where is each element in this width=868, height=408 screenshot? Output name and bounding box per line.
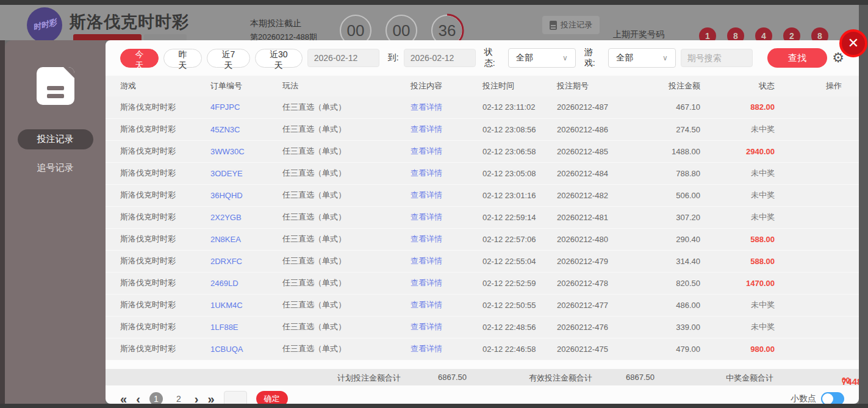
status-select[interactable]: 全部 ∨ — [508, 48, 576, 68]
cell-status: 882.00 — [700, 96, 775, 118]
cell-status: 未中奖 — [700, 316, 775, 338]
quick-filter-2[interactable]: 近7天 — [207, 49, 250, 68]
table-row: 斯洛伐克时时彩45ZN3C任三直选（单式）查看详情02-12 23:08:562… — [106, 118, 859, 140]
backdrop-gray-button[interactable] — [144, 34, 187, 40]
decimal-toggle-label: 小数点 — [791, 393, 816, 404]
cell-amount: 290.40 — [648, 228, 700, 250]
cell-orderid[interactable]: 1CBUQA — [210, 338, 282, 360]
page-button-1[interactable]: 1 — [149, 392, 163, 404]
quick-filter-0[interactable]: 今天 — [120, 49, 159, 68]
gear-icon[interactable]: ⚙ — [832, 51, 844, 65]
table-row: 斯洛伐克时时彩36HQHD任三直选（单式）查看详情02-12 23:01:162… — [106, 184, 859, 206]
game-select[interactable]: 全部 ∨ — [608, 48, 676, 68]
status-label: 状态: — [484, 47, 503, 69]
bet-record-button[interactable]: 投注记录 — [542, 16, 600, 34]
view-detail-link[interactable]: 查看详情 — [411, 124, 442, 134]
lottery-ball-2: 4 — [755, 27, 772, 40]
cell-game: 斯洛伐克时时彩 — [106, 250, 210, 272]
last-page-icon[interactable]: » — [207, 393, 214, 404]
next-page-icon[interactable]: › — [195, 393, 199, 404]
backdrop-red-button[interactable] — [73, 34, 142, 40]
cell-play: 任三直选（单式） — [282, 96, 411, 118]
sidebar-item-chase-records[interactable]: 追号记录 — [18, 158, 93, 178]
modal-sidebar: 投注记录 追号记录 — [5, 40, 106, 404]
win-total-decimals: 00 — [842, 376, 850, 385]
date-to-input[interactable] — [404, 49, 476, 67]
cell-orderid[interactable]: 36HQHD — [210, 184, 282, 206]
cell-play: 任三直选（单式） — [282, 162, 411, 184]
cell-status: 未中奖 — [700, 294, 775, 316]
decimal-toggle[interactable] — [821, 392, 844, 404]
cell-play: 任三直选（单式） — [282, 316, 411, 338]
quick-filter-1[interactable]: 昨天 — [163, 49, 202, 68]
cell-game: 斯洛伐克时时彩 — [106, 96, 210, 118]
cell-orderid[interactable]: 2DRXFC — [210, 250, 282, 272]
close-icon[interactable]: ✕ — [839, 29, 867, 57]
view-detail-link[interactable]: 查看详情 — [411, 212, 442, 221]
view-detail-link[interactable]: 查看详情 — [411, 256, 442, 265]
cell-op — [775, 272, 859, 294]
cell-orderid[interactable]: 1UKM4C — [210, 294, 282, 316]
bet-record-button-label: 投注记录 — [561, 20, 592, 30]
top-strip — [0, 0, 868, 5]
pagination-bar: « ‹ 12 › » 确定 小数点 — [106, 385, 859, 404]
table-row: 斯洛伐克时时彩2DRXFC任三直选（单式）查看详情02-12 22:55:042… — [106, 250, 859, 272]
first-page-icon[interactable]: « — [120, 393, 127, 404]
page-jump-input[interactable] — [224, 391, 247, 404]
table-row: 斯洛伐克时时彩2X2YGB任三直选（单式）查看详情02-12 22:59:142… — [106, 206, 859, 228]
cell-issue: 20260212-477 — [557, 294, 648, 316]
view-detail-link[interactable]: 查看详情 — [411, 102, 442, 112]
cell-time: 02-12 22:46:58 — [482, 338, 557, 360]
cell-time: 02-12 23:05:08 — [482, 162, 557, 184]
cell-time: 02-12 22:59:14 — [482, 206, 557, 228]
sidebar-item-bet-records[interactable]: 投注记录 — [18, 129, 93, 149]
date-from-input[interactable] — [307, 49, 379, 67]
summary-bar: 计划投注金额合计 6867.50 有效投注金额合计 6867.50 中奖金额合计… — [106, 369, 859, 385]
cell-orderid[interactable]: 3WW30C — [210, 140, 282, 162]
view-detail-link[interactable]: 查看详情 — [411, 234, 442, 243]
table-header-row: 游戏订单编号玩法投注内容投注时间投注期号投注金额状态操作 — [106, 76, 859, 96]
confirm-button[interactable]: 确定 — [256, 391, 288, 404]
bet-records-table: 游戏订单编号玩法投注内容投注时间投注期号投注金额状态操作 斯洛伐克时时彩4FPJ… — [106, 76, 859, 360]
to-label: 到: — [388, 52, 399, 63]
view-detail-link[interactable]: 查看详情 — [411, 344, 442, 353]
cell-orderid[interactable]: 2X2YGB — [210, 206, 282, 228]
view-detail-link[interactable]: 查看详情 — [411, 278, 442, 287]
game-select-value: 全部 — [616, 52, 633, 63]
cell-orderid[interactable]: 2N8KEA — [210, 228, 282, 250]
lottery-ball-1: 8 — [727, 27, 744, 40]
table-row: 斯洛伐克时时彩4FPJPC任三直选（单式）查看详情02-12 23:11:022… — [106, 96, 859, 118]
bet-records-modal: 今天昨天近7天近30天 到: 状态: 全部 ∨ 游戏: 全部 ∨ 查找 ⚙ — [106, 40, 859, 404]
column-header-1: 订单编号 — [210, 76, 282, 96]
logo-text: 时时彩 — [32, 17, 57, 34]
view-detail-link[interactable]: 查看详情 — [411, 190, 442, 199]
view-detail-link[interactable]: 查看详情 — [411, 300, 442, 309]
view-detail-link[interactable]: 查看详情 — [411, 146, 442, 156]
chevron-down-icon: ∨ — [562, 54, 568, 62]
view-detail-link[interactable]: 查看详情 — [411, 168, 442, 177]
cell-play: 任三直选（单式） — [282, 206, 411, 228]
search-button[interactable]: 查找 — [767, 48, 827, 68]
column-header-2: 玩法 — [282, 76, 411, 96]
view-detail-link[interactable]: 查看详情 — [411, 322, 442, 331]
cell-orderid[interactable]: 1LF88E — [210, 316, 282, 338]
quick-filter-3[interactable]: 近30天 — [255, 49, 303, 68]
cell-play: 任三直选（单式） — [282, 294, 411, 316]
table-row: 斯洛伐克时时彩1LF88E任三直选（单式）查看详情02-12 22:48:562… — [106, 316, 859, 338]
cell-link: 查看详情 — [411, 184, 482, 206]
cell-amount: 314.40 — [648, 250, 700, 272]
cell-orderid[interactable]: 3ODEYE — [210, 162, 282, 184]
lottery-ball-4: 8 — [811, 27, 828, 40]
cell-game: 斯洛伐克时时彩 — [106, 140, 210, 162]
cell-orderid[interactable]: 4FPJPC — [210, 96, 282, 118]
cell-game: 斯洛伐克时时彩 — [106, 294, 210, 316]
prev-page-icon[interactable]: ‹ — [136, 393, 140, 404]
cell-op — [775, 250, 859, 272]
cell-op — [775, 118, 859, 140]
cell-orderid[interactable]: 2469LD — [210, 272, 282, 294]
page-title: 斯洛伐克时时彩 — [70, 11, 189, 33]
table-row: 斯洛伐克时时彩3ODEYE任三直选（单式）查看详情02-12 23:05:082… — [106, 162, 859, 184]
issue-search-input[interactable] — [681, 49, 753, 67]
page-button-2[interactable]: 2 — [172, 392, 185, 404]
cell-orderid[interactable]: 45ZN3C — [210, 118, 282, 140]
